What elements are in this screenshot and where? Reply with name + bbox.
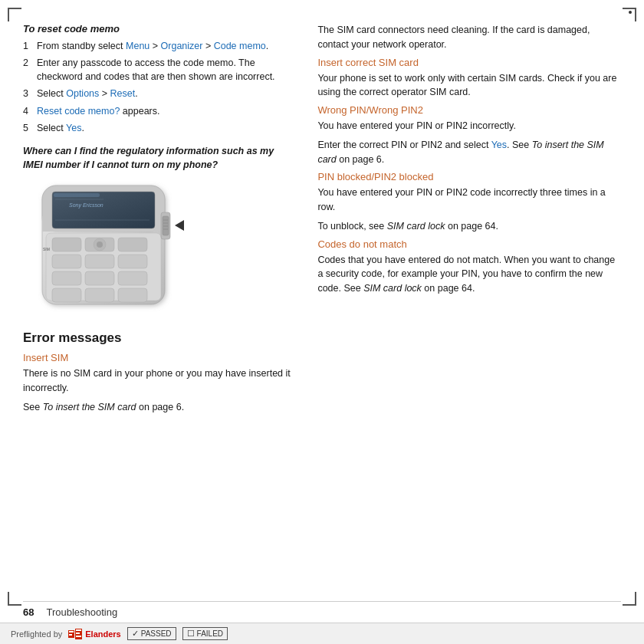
step-text-1: From standby select Menu > Organizer > C…: [37, 39, 268, 53]
svg-rect-11: [118, 255, 147, 268]
reset-memo-link: Reset code memo?: [37, 106, 120, 117]
wrong-pin-body2: Enter the correct PIN or PIN2 and select…: [317, 138, 621, 167]
svg-rect-14: [118, 271, 147, 285]
step-5: 5 Select Yes.: [23, 121, 294, 135]
svg-rect-36: [76, 632, 80, 634]
svg-rect-34: [69, 634, 72, 636]
phone-image: SIM Sony Ericsson: [31, 178, 199, 320]
phone-svg: SIM Sony Ericsson: [31, 178, 199, 320]
codememo-link: Code memo: [214, 41, 266, 51]
step-num-5: 5: [23, 121, 32, 135]
corner-mark-tl: [8, 8, 21, 21]
passed-check-icon: ✓: [132, 629, 139, 639]
step-num-4: 4: [23, 104, 32, 118]
steps-list: 1 From standby select Menu > Organizer >…: [23, 39, 294, 135]
svg-text:SIM: SIM: [43, 247, 50, 251]
codes-no-match-heading: Codes do not match: [317, 238, 621, 250]
step-3: 3 Select Options > Reset.: [23, 87, 294, 100]
right-column: The SIM card connectors need cleaning. I…: [310, 23, 621, 598]
step-num-3: 3: [23, 87, 32, 100]
dot-mark: [629, 11, 632, 14]
svg-rect-13: [85, 271, 114, 285]
step-text-4: Reset code memo? appears.: [37, 104, 160, 118]
svg-rect-4: [54, 193, 100, 197]
italic-heading: Where can I find the regulatory informat…: [23, 144, 294, 172]
step-text-5: Select Yes.: [37, 121, 84, 135]
preflight-label: Preflighted by: [11, 629, 62, 639]
step-num-1: 1: [23, 39, 32, 53]
corner-mark-bl: [8, 592, 21, 606]
wrong-pin-body1: You have entered your PIN or PIN2 incorr…: [317, 119, 621, 133]
sim-lock-ref2: SIM card lock: [363, 283, 422, 294]
menu-link: Menu: [126, 41, 150, 51]
svg-rect-9: [52, 255, 81, 268]
wrong-pin-heading: Wrong PIN/Wrong PIN2: [317, 104, 621, 116]
preflight-bar: Preflighted by Elanders ✓ PASSED ☐ FAILE…: [0, 623, 644, 644]
error-title: Error messages: [23, 330, 294, 346]
options-link: Options: [66, 88, 99, 99]
sim-lock-ref1: SIM card lock: [387, 221, 445, 232]
yes-link-1: Yes: [66, 123, 81, 133]
organizer-link: Organizer: [161, 41, 203, 51]
left-column: To reset code memo 1 From standby select…: [23, 23, 310, 598]
passed-label: PASSED: [141, 629, 172, 638]
svg-rect-33: [69, 631, 74, 632]
step-1: 1 From standby select Menu > Organizer >…: [23, 39, 294, 53]
preflight-logo: Elanders: [68, 629, 120, 639]
svg-point-27: [97, 242, 103, 248]
page-container: To reset code memo 1 From standby select…: [0, 0, 644, 644]
svg-rect-35: [76, 629, 81, 631]
step-2: 2 Enter any passcode to access the code …: [23, 56, 294, 84]
svg-rect-6: [52, 238, 81, 251]
wrong-pin-label: Wrong PIN: [317, 104, 366, 116]
insert-correct-heading: Insert correct SIM card: [317, 57, 621, 68]
page-number: 68: [23, 606, 34, 618]
wrong-pin2-label: Wrong PIN2: [369, 104, 423, 116]
svg-rect-37: [76, 636, 81, 637]
corner-mark-tr: [623, 8, 636, 21]
insert-sim-heading: Insert SIM: [23, 352, 294, 363]
svg-text:Sony Ericsson: Sony Ericsson: [69, 202, 104, 209]
svg-rect-16: [85, 288, 114, 302]
svg-rect-10: [85, 255, 114, 268]
section-title: To reset code memo: [23, 23, 294, 34]
svg-rect-15: [52, 288, 81, 302]
svg-rect-19: [163, 216, 169, 235]
svg-rect-3: [52, 192, 155, 228]
insert-sim-ref: To insert the SIM card: [43, 402, 136, 412]
insert-sim-body2: See To insert the SIM card on page 6.: [23, 400, 294, 415]
pin-blocked-heading: PIN blocked/PIN2 blocked: [317, 171, 621, 182]
pin2-blocked-label: PIN2 blocked: [374, 171, 433, 182]
pin-blocked-label: PIN blocked: [317, 171, 371, 182]
wrong-pin-ref: To insert the SIM card: [317, 140, 603, 165]
connector-body: The SIM card connectors need cleaning. I…: [317, 23, 621, 52]
pin-blocked-body2: To unblock, see SIM card lock on page 64…: [317, 219, 621, 234]
reset-link: Reset: [110, 88, 136, 99]
elanders-icon: [68, 629, 82, 639]
codes-no-match-body: Codes that you have entered do not match…: [317, 253, 621, 296]
failed-box: ☐ FAILED: [182, 627, 228, 640]
svg-rect-8: [118, 238, 147, 251]
insert-correct-body: Your phone is set to work only with cert…: [317, 71, 621, 100]
passed-box: ✓ PASSED: [127, 627, 176, 640]
svg-rect-12: [52, 271, 81, 285]
step-4: 4 Reset code memo? appears.: [23, 104, 294, 118]
svg-rect-17: [118, 288, 147, 302]
page-label: Troubleshooting: [46, 606, 117, 618]
pin-blocked-body1: You have entered your PIN or PIN2 code i…: [317, 186, 621, 215]
content-area: To reset code memo 1 From standby select…: [23, 23, 621, 598]
step-text-3: Select Options > Reset.: [37, 87, 138, 100]
elanders-name: Elanders: [85, 629, 120, 639]
corner-mark-br: [623, 592, 636, 606]
failed-box-icon: ☐: [187, 629, 195, 639]
bottom-bar: 68 Troubleshooting: [23, 601, 621, 623]
step-text-2: Enter any passcode to access the code me…: [37, 56, 294, 84]
yes-link-2: Yes: [491, 140, 507, 150]
failed-label: FAILED: [197, 629, 223, 638]
insert-sim-body1: There is no SIM card in your phone or yo…: [23, 366, 294, 396]
svg-marker-24: [175, 220, 184, 231]
step-num-2: 2: [23, 56, 32, 84]
